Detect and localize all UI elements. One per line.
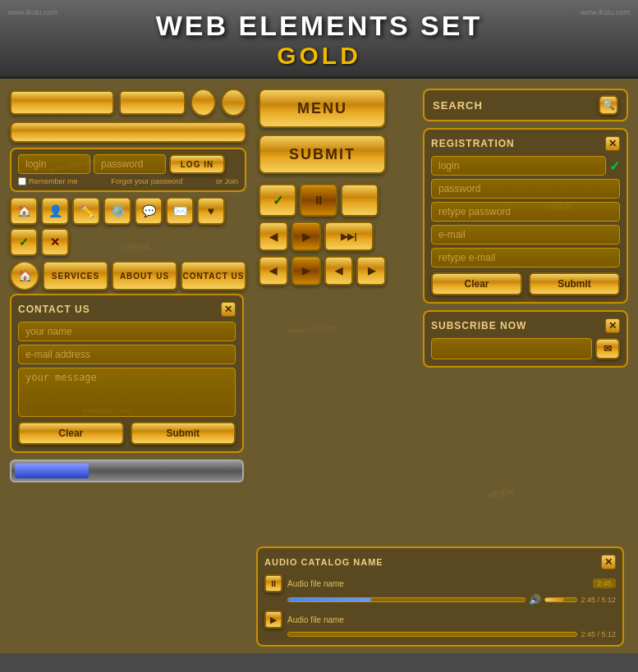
user-icon-btn[interactable]: 👤 <box>41 197 69 225</box>
registration-buttons-row: Clear Submit <box>431 272 620 295</box>
contact-us-box: CONTACT US ✕ Clear Submit <box>10 294 244 453</box>
media-play-btn[interactable]: ▶ <box>291 222 321 251</box>
forgot-password-link[interactable]: Forgot your password <box>111 177 182 185</box>
track1-pause-btn[interactable]: ⏸ <box>264 574 282 592</box>
track1-progress-fill <box>288 598 371 601</box>
reg-login-check-icon: ✓ <box>609 158 620 174</box>
remember-me-text: Remember me <box>29 177 78 185</box>
reg-email-input[interactable] <box>431 225 620 245</box>
subscribe-email-input[interactable] <box>431 338 592 359</box>
registration-submit-btn[interactable]: Submit <box>529 272 620 295</box>
reg-retype-email-input[interactable] <box>431 248 620 267</box>
home-icon-btn[interactable]: 🏠 <box>10 197 38 225</box>
watermark-3: www.ikutu.com <box>287 322 337 335</box>
media-ff-btn[interactable]: ▶ <box>291 256 321 286</box>
check-toggle-btn[interactable]: ✓ <box>259 184 296 217</box>
about-us-btn[interactable]: ABOUT US <box>112 261 177 290</box>
subscribe-input-row: ✉ <box>431 338 620 359</box>
nav-menu-row: 🏠 SERVICES ABOUT US CONTACT US <box>10 261 246 290</box>
menu-button[interactable]: MENU <box>259 89 386 128</box>
reg-email-row <box>431 225 620 245</box>
remember-me-label[interactable]: Remember me <box>18 177 78 185</box>
edit-icon-btn[interactable]: ✏️ <box>72 197 100 225</box>
subscribe-email-icon-btn[interactable]: ✉ <box>595 338 620 359</box>
reg-password-input[interactable] <box>431 179 620 199</box>
reg-password-row <box>431 179 620 199</box>
reg-retype-password-input[interactable] <box>431 202 620 222</box>
media-end-btn[interactable]: ▶ <box>356 256 386 286</box>
unknown-toggle-btn[interactable] <box>341 184 379 217</box>
media-prev-btn[interactable]: ◀ <box>259 222 288 251</box>
track1-vol-bar[interactable] <box>544 597 577 602</box>
nav-btn-circle-2[interactable] <box>221 89 246 117</box>
media-rew-btn[interactable]: ◀ <box>259 256 288 286</box>
gold-bar-wide <box>10 121 246 143</box>
track2-play-btn[interactable]: ▶ <box>264 610 282 629</box>
contact-close-btn[interactable]: ✕ <box>221 302 236 317</box>
media-next2-btn[interactable]: ◀ <box>324 256 354 286</box>
reg-retype-email-row <box>431 248 620 267</box>
track1-time-total: 2:45 / 5:12 <box>581 596 616 604</box>
audio-track-2: ▶ Audio file name <box>264 610 616 629</box>
close-icon-btn[interactable]: ✕ <box>41 228 69 256</box>
registration-close-btn[interactable]: ✕ <box>605 136 620 151</box>
contact-buttons-row: Clear Submit <box>18 422 236 445</box>
icon-buttons-row: 🏠 👤 ✏️ ⚙️ 💬 ✉️ ♥ ✓ ✕ <box>10 197 246 256</box>
track2-time-total: 2:45 / 5:12 <box>581 630 616 638</box>
contact-clear-btn[interactable]: Clear <box>18 422 124 445</box>
search-icon-btn[interactable]: 🔍 <box>599 95 618 115</box>
chat-icon-btn[interactable]: 💬 <box>135 197 163 225</box>
nav-btn-round-1[interactable] <box>190 89 216 117</box>
audio-catalog-close-btn[interactable]: ✕ <box>601 555 616 569</box>
track2-name: Audio file name <box>287 615 616 624</box>
main-area: LOG IN Remember me Forgot your password … <box>0 79 638 653</box>
audio-catalog-header: AUDIO CATALOG NAME ✕ <box>264 555 616 569</box>
home-nav-btn[interactable]: 🏠 <box>10 261 39 290</box>
media-next-wide-btn[interactable]: ▶▶| <box>324 222 374 251</box>
check-icon-btn[interactable]: ✓ <box>10 228 38 256</box>
watermark-header: www.ikutu.com <box>8 8 57 16</box>
registration-header: REGISTRATION ✕ <box>431 136 620 151</box>
track1-progress-bar[interactable] <box>287 597 526 602</box>
nav-btn-1[interactable] <box>10 90 114 115</box>
bottom-progress-bar <box>10 459 244 482</box>
track2-progress-row: 2:45 / 5:12 <box>287 630 616 638</box>
contact-name-input[interactable] <box>18 322 236 341</box>
track1-progress-row: 🔊 2:45 / 5:12 <box>287 594 616 606</box>
track2-progress-bar[interactable] <box>287 632 577 637</box>
registration-clear-btn[interactable]: Clear <box>431 272 522 295</box>
gear-icon-btn[interactable]: ⚙️ <box>103 197 131 225</box>
audio-catalog-title: AUDIO CATALOG NAME <box>264 557 383 567</box>
pause-toggle-btn[interactable]: ⏸ <box>300 184 337 217</box>
nav-btn-2[interactable] <box>119 90 186 115</box>
watermark-6: K酷图网 <box>487 487 516 501</box>
password-input[interactable] <box>94 154 166 174</box>
track1-duration: 2:45 <box>593 578 616 588</box>
services-btn[interactable]: SERVICES <box>43 261 108 290</box>
contact-message-input[interactable] <box>18 368 236 417</box>
toggle-row: ✓ ⏸ <box>259 184 386 217</box>
or-join-text[interactable]: or Join <box>216 177 238 185</box>
reg-login-row: ✓ <box>431 156 620 176</box>
reg-login-input[interactable] <box>431 156 606 176</box>
login-input[interactable] <box>18 154 90 174</box>
subscribe-box: SUBSCRIBE NOW ✕ ✉ <box>423 310 628 368</box>
heart-icon-btn[interactable]: ♥ <box>197 197 225 225</box>
login-button[interactable]: LOG IN <box>169 154 225 174</box>
contact-us-nav-btn[interactable]: CONTACT US <box>181 261 246 290</box>
search-label: SEARCH <box>433 99 594 112</box>
envelope-icon-btn[interactable]: ✉️ <box>166 197 194 225</box>
watermark-header2: www.ikutu.com <box>581 8 630 16</box>
remember-me-checkbox[interactable] <box>18 177 26 185</box>
registration-title: REGISTRATION <box>431 138 515 149</box>
contact-submit-btn[interactable]: Submit <box>131 422 236 445</box>
login-section: LOG IN Remember me Forgot your password … <box>10 148 246 192</box>
track1-volume-icon: 🔊 <box>529 594 541 606</box>
left-column: LOG IN Remember me Forgot your password … <box>10 89 246 482</box>
header: WEB ELEMENTS SET GOLD www.ikutu.com www.… <box>0 0 638 79</box>
contact-email-input[interactable] <box>18 345 236 364</box>
subscribe-header: SUBSCRIBE NOW ✕ <box>431 318 620 333</box>
right-column: SEARCH 🔍 REGISTRATION ✕ ✓ <box>423 89 628 368</box>
subscribe-close-btn[interactable]: ✕ <box>605 318 620 333</box>
submit-button[interactable]: SUBMIT <box>259 135 386 174</box>
